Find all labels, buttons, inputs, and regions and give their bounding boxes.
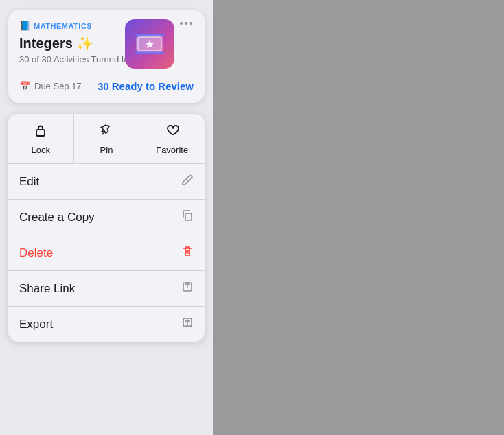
subject-icon: 📘 <box>19 21 30 31</box>
copy-menu-item[interactable]: Create a Copy <box>8 200 205 235</box>
svg-rect-5 <box>36 130 45 136</box>
due-date-label: Due Sep 17 <box>34 81 82 91</box>
export-icon <box>181 316 194 332</box>
edit-menu-item[interactable]: Edit <box>8 164 205 200</box>
edit-label: Edit <box>19 175 39 189</box>
delete-label: Delete <box>19 246 53 260</box>
card-footer: 📅 Due Sep 17 30 Ready to Review <box>19 73 194 92</box>
export-label: Export <box>19 318 53 331</box>
lock-icon <box>34 124 47 141</box>
share-link-menu-item[interactable]: Share Link <box>8 271 205 307</box>
export-menu-item[interactable]: Export <box>8 307 205 342</box>
card-more-button[interactable] <box>177 19 195 27</box>
right-panel <box>213 0 504 435</box>
favorite-label: Favorite <box>156 145 188 155</box>
copy-label: Create a Copy <box>19 211 95 224</box>
pin-icon <box>100 124 113 141</box>
favorite-button[interactable]: Favorite <box>139 114 205 163</box>
review-button[interactable]: 30 Ready to Review <box>98 80 194 92</box>
assignment-card: 📘 MATHEMATICS Integers ✨ 30 of 30 Activi… <box>8 10 205 103</box>
share-icon <box>181 281 194 296</box>
trash-icon <box>181 245 194 261</box>
context-menu-actions: Lock Pin Favorite <box>8 114 205 164</box>
svg-rect-7 <box>185 213 192 220</box>
card-due-date: 📅 Due Sep 17 <box>19 81 82 91</box>
pin-label: Pin <box>100 145 113 155</box>
share-link-label: Share Link <box>19 282 75 296</box>
context-menu: Lock Pin Favorite <box>8 114 205 342</box>
calendar-icon: 📅 <box>19 81 30 91</box>
heart-icon <box>165 124 179 141</box>
copy-icon <box>181 209 194 225</box>
edit-icon <box>181 174 194 189</box>
card-thumbnail <box>125 19 174 69</box>
lock-label: Lock <box>32 145 50 155</box>
subject-label: MATHEMATICS <box>34 22 92 30</box>
delete-menu-item[interactable]: Delete <box>8 235 205 271</box>
lock-button[interactable]: Lock <box>8 114 74 163</box>
pin-button[interactable]: Pin <box>74 114 140 163</box>
left-panel: 📘 MATHEMATICS Integers ✨ 30 of 30 Activi… <box>0 0 213 435</box>
